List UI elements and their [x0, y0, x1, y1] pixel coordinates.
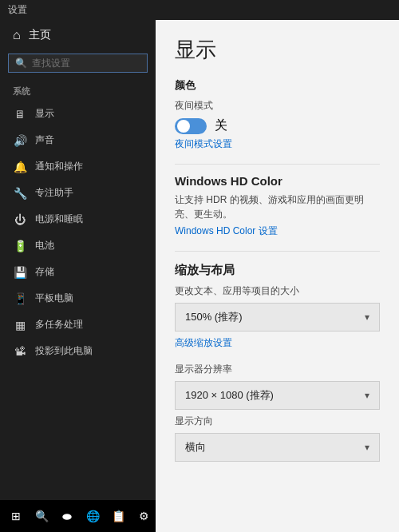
- taskview-icon[interactable]: ⬬: [57, 506, 77, 526]
- night-mode-toggle[interactable]: [175, 118, 207, 134]
- search-icon: 🔍: [15, 58, 27, 69]
- toggle-knob: [177, 120, 190, 133]
- sidebar-item-tablet[interactable]: 📱 平板电脑: [0, 285, 156, 312]
- tablet-label: 平板电脑: [35, 292, 73, 305]
- scale-dropdown[interactable]: 150% (推荐) ▾: [175, 303, 380, 332]
- storage-icon: 💾: [13, 266, 27, 279]
- battery-label: 电池: [35, 239, 54, 252]
- sidebar-item-project[interactable]: 📽 投影到此电脑: [0, 338, 156, 364]
- power-label: 电源和睡眠: [35, 212, 83, 226]
- settings-title: 设置: [8, 3, 27, 17]
- sidebar-item-multitask[interactable]: ▦ 多任务处理: [0, 312, 156, 338]
- sound-icon: 🔊: [13, 134, 27, 147]
- main-layout: ⌂ 主页 🔍 系统 🖥 显示 🔊 声音 🔔 通知和操作 🔧 专注助手 ⏻ 电源和…: [0, 20, 399, 532]
- search-box[interactable]: 🔍: [8, 54, 148, 73]
- hdr-settings-link[interactable]: Windows HD Color 设置: [175, 224, 380, 238]
- multitask-icon: ▦: [13, 319, 27, 332]
- sidebar-home[interactable]: ⌂ 主页: [0, 20, 156, 50]
- notifications-icon: 🔔: [13, 161, 27, 173]
- notifications-label: 通知和操作: [35, 160, 83, 173]
- sidebar-item-storage[interactable]: 💾 存储: [0, 259, 156, 285]
- multitask-label: 多任务处理: [35, 318, 83, 332]
- system-section-label: 系统: [0, 81, 156, 101]
- orientation-value: 横向: [185, 440, 206, 455]
- store-icon[interactable]: 📋: [109, 506, 128, 526]
- content-area: 显示 颜色 夜间模式 关 夜间模式设置 Windows HD Color 让支持…: [156, 20, 399, 532]
- sidebar-item-notifications[interactable]: 🔔 通知和操作: [0, 153, 156, 180]
- home-icon: ⌂: [13, 28, 21, 42]
- hdr-title: Windows HD Color: [175, 174, 380, 188]
- sidebar-item-power[interactable]: ⏻ 电源和睡眠: [0, 206, 156, 232]
- display-label: 显示: [35, 107, 54, 121]
- color-section-label: 颜色: [175, 78, 380, 93]
- scale-value: 150% (推荐): [185, 310, 243, 324]
- display-icon: 🖥: [13, 108, 27, 121]
- power-icon: ⏻: [13, 213, 27, 226]
- night-mode-row: 关: [175, 117, 380, 134]
- resolution-label: 显示器分辨率: [175, 363, 380, 376]
- sidebar-item-display[interactable]: 🖥 显示: [0, 101, 156, 127]
- divider-2: [175, 251, 380, 252]
- resolution-dropdown[interactable]: 1920 × 1080 (推荐) ▾: [175, 381, 380, 410]
- hdr-description: 让支持 HDR 的视频、游戏和应用的画面更明亮、更生动。: [175, 193, 380, 221]
- project-label: 投影到此电脑: [35, 344, 93, 358]
- advanced-scale-link[interactable]: 高级缩放设置: [175, 336, 380, 350]
- taskbar-icons: ⊞ 🔍 ⬬ 🌐 📋 ⚙: [6, 506, 153, 526]
- start-icon[interactable]: ⊞: [6, 506, 26, 526]
- tablet-icon: 📱: [13, 292, 27, 305]
- sidebar-item-focus[interactable]: 🔧 专注助手: [0, 180, 156, 206]
- orientation-label: 显示方向: [175, 415, 380, 428]
- focus-label: 专注助手: [35, 186, 73, 200]
- edge-icon[interactable]: 🌐: [83, 506, 102, 526]
- scale-label: 更改文本、应用等项目的大小: [175, 284, 380, 298]
- night-mode-settings-link[interactable]: 夜间模式设置: [175, 137, 380, 151]
- resolution-value: 1920 × 1080 (推荐): [185, 388, 274, 403]
- scale-dropdown-arrow: ▾: [365, 312, 369, 323]
- scale-section-label: 缩放与布局: [175, 263, 380, 278]
- taskbar: ⊞ 🔍 ⬬ 🌐 📋 ⚙: [0, 500, 156, 532]
- sidebar-item-battery[interactable]: 🔋 电池: [0, 232, 156, 259]
- sound-label: 声音: [35, 133, 54, 147]
- page-title: 显示: [175, 36, 380, 64]
- divider-1: [175, 164, 380, 165]
- focus-icon: 🔧: [13, 187, 27, 200]
- storage-label: 存储: [35, 265, 54, 279]
- resolution-dropdown-arrow: ▾: [365, 390, 369, 401]
- taskbar-search-icon[interactable]: 🔍: [32, 506, 51, 526]
- night-mode-label: 夜间模式: [175, 99, 380, 113]
- sidebar: ⌂ 主页 🔍 系统 🖥 显示 🔊 声音 🔔 通知和操作 🔧 专注助手 ⏻ 电源和…: [0, 20, 156, 532]
- night-mode-state: 关: [215, 117, 227, 134]
- sidebar-item-sound[interactable]: 🔊 声音: [0, 127, 156, 153]
- settings-icon[interactable]: ⚙: [134, 506, 153, 526]
- search-input[interactable]: [32, 58, 140, 69]
- battery-icon: 🔋: [13, 240, 27, 252]
- orientation-dropdown-arrow: ▾: [365, 442, 369, 453]
- top-bar: 设置: [0, 0, 399, 20]
- orientation-dropdown[interactable]: 横向 ▾: [175, 433, 380, 462]
- project-icon: 📽: [13, 345, 27, 358]
- home-label: 主页: [29, 28, 51, 42]
